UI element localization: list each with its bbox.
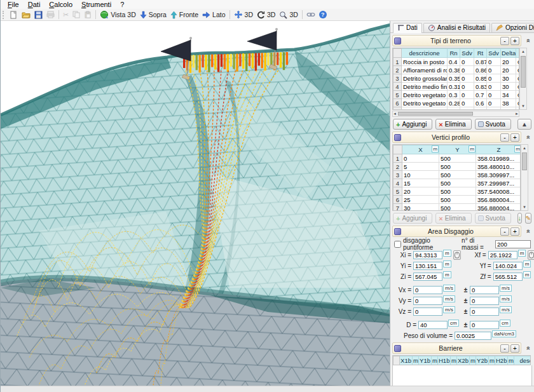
scrollbar-thumb[interactable] xyxy=(522,152,527,170)
link-button[interactable] xyxy=(305,11,317,18)
svuota-terreni-button[interactable]: Svuota xyxy=(475,119,511,130)
vz-input[interactable] xyxy=(413,308,442,316)
vx-deviation-input[interactable] xyxy=(470,286,499,294)
collapse-panel-icon[interactable]: » xyxy=(524,344,531,353)
save-button[interactable] xyxy=(32,10,44,20)
move-3d-button[interactable]: 3D xyxy=(232,10,255,20)
section-minus-button[interactable]: - xyxy=(500,37,509,45)
xi-input[interactable] xyxy=(413,251,442,259)
sopra-button[interactable]: Sopra xyxy=(138,10,168,20)
menu-help[interactable]: ? xyxy=(116,1,128,8)
xf-input[interactable] xyxy=(488,251,517,259)
collapse-panel-icon[interactable]: » xyxy=(524,36,531,46)
unit-m-tag: m xyxy=(514,145,521,152)
new-button[interactable] xyxy=(8,10,20,20)
vy-deviation-input[interactable] xyxy=(470,297,499,305)
section-header-vertici-profilo[interactable]: Vertici profilo - + xyxy=(392,132,521,143)
section-header-barriere[interactable]: Barriere - + xyxy=(392,342,521,354)
diametro-deviation-input[interactable] xyxy=(470,321,499,329)
section-plus-button[interactable]: + xyxy=(510,227,519,236)
terrain-3d-view[interactable] xyxy=(1,21,390,386)
elimina-terreno-button[interactable]: ×Elimina xyxy=(435,119,471,130)
menu-calcolo[interactable]: Calcolo xyxy=(44,1,77,8)
section-minus-button[interactable]: - xyxy=(500,227,509,236)
scrollbar-thumb[interactable] xyxy=(521,56,526,88)
table-row[interactable]: 2Affioramenti di rocci...0.3800.86020C xyxy=(394,66,520,74)
tab-opzioni-disegno[interactable]: Opzioni Disegno xyxy=(491,23,534,32)
scrollbar-thumb[interactable] xyxy=(398,112,473,116)
vista-3d-button[interactable]: Vista 3D xyxy=(98,10,138,20)
table-row[interactable]: 415500357.299987... xyxy=(394,179,521,187)
elimina-vertice-button[interactable]: ×Elimina xyxy=(435,213,471,224)
apply-to-slope-button[interactable]: ▲ xyxy=(517,119,531,130)
vertical-scrollbar[interactable]: ▲ ▼ xyxy=(521,144,528,211)
table-row[interactable]: 25500358.480010... xyxy=(394,163,521,171)
vz-deviation-input[interactable] xyxy=(470,308,499,316)
barriere-empty-area[interactable] xyxy=(392,365,532,386)
scroll-down-icon[interactable]: ▼ xyxy=(523,204,526,210)
rotate-3d-button[interactable]: 3D xyxy=(255,10,277,20)
table-row[interactable]: 6Detrito vegetato a bo...0.2800.6038C xyxy=(394,99,520,107)
vertical-scrollbar[interactable]: ▲ ▼ xyxy=(519,48,527,110)
tab-dati[interactable]: Dati xyxy=(393,23,422,33)
peso-di-volume-input[interactable] xyxy=(455,332,491,340)
copy-button[interactable] xyxy=(71,10,82,19)
section-plus-button[interactable]: + xyxy=(510,37,519,45)
lato-button[interactable]: Lato xyxy=(200,10,227,19)
cut-button[interactable]: ✂ xyxy=(61,10,71,20)
table-row[interactable]: 1Roccia in posto0.400.87020C xyxy=(394,58,520,66)
yi-input[interactable] xyxy=(413,262,442,270)
vy-input[interactable] xyxy=(413,297,442,305)
table-row[interactable]: 730500356.880004... xyxy=(394,204,521,212)
menu-strumenti[interactable]: Strumenti xyxy=(77,1,116,8)
diametro-input[interactable] xyxy=(418,321,448,329)
horizontal-scrollbar[interactable]: ◄ ► xyxy=(392,111,519,117)
open-button[interactable] xyxy=(20,10,32,20)
zoom-3d-button[interactable]: 3D xyxy=(277,10,299,20)
scroll-down-icon[interactable]: ▼ xyxy=(521,103,525,109)
scroll-right-icon[interactable]: ► xyxy=(515,111,519,117)
numero-massi-input[interactable] xyxy=(495,240,531,248)
aggiungi-terreno-button[interactable]: +Aggiungi xyxy=(393,119,432,130)
table-row[interactable]: 10500358.019989... xyxy=(394,154,521,163)
section-header-tipi-di-terreno[interactable]: Tipi di terreno - + xyxy=(392,35,521,46)
section-plus-button[interactable]: + xyxy=(510,344,519,353)
edit-profile-button[interactable]: ✎ xyxy=(525,213,531,224)
table-row[interactable]: 310500358.309997... xyxy=(394,171,521,179)
menu-dati[interactable]: Dati xyxy=(24,1,45,8)
yf-input[interactable] xyxy=(493,262,523,270)
collapse-panel-icon[interactable]: » xyxy=(524,227,531,236)
help-button[interactable]: ? xyxy=(317,10,329,19)
import-profile-button[interactable]: ↓ xyxy=(517,213,522,224)
zf-input[interactable] xyxy=(493,273,523,281)
section-header-area-disgaggio[interactable]: Area Disgaggio - + xyxy=(392,226,521,237)
application-window: File Dati Calcolo Strumenti ? ✂ Vista 3D… xyxy=(0,0,534,392)
table-row[interactable]: 3Detrito grossolano n...0.3500.85030C xyxy=(394,74,520,83)
disgaggio-puntiforme-checkbox[interactable] xyxy=(394,241,401,248)
svuota-vertici-button[interactable]: Svuota xyxy=(475,213,511,224)
table-row[interactable]: 520500357.540008... xyxy=(394,187,521,196)
scroll-up-icon[interactable]: ▲ xyxy=(521,48,525,55)
print-button[interactable] xyxy=(44,10,57,19)
pick-start-point-button[interactable] xyxy=(453,250,461,260)
menu-file[interactable]: File xyxy=(3,1,24,8)
scroll-left-icon[interactable]: ◄ xyxy=(393,111,397,117)
aggiungi-vertice-button[interactable]: +Aggiungi xyxy=(393,213,432,224)
paste-button[interactable] xyxy=(82,10,93,19)
toolbar-separator xyxy=(302,10,303,19)
section-plus-button[interactable]: + xyxy=(510,133,519,142)
table-row[interactable]: 5Detrito vegetato ad a...0.300.7034C xyxy=(394,91,520,99)
pick-end-point-button[interactable] xyxy=(528,250,534,260)
collapse-panel-icon[interactable]: » xyxy=(524,133,531,142)
scroll-up-icon[interactable]: ▲ xyxy=(523,145,526,151)
table-row[interactable]: 625500356.880004... xyxy=(394,196,521,204)
vx-input[interactable] xyxy=(413,286,442,294)
section-minus-button[interactable]: - xyxy=(500,133,509,142)
fronte-button[interactable]: Fronte xyxy=(168,10,200,20)
table-row[interactable]: 4Detrito medio fine no...0.3100.83030C xyxy=(394,83,520,91)
unit-tag: cm xyxy=(448,320,459,327)
zi-input[interactable] xyxy=(413,273,442,281)
tab-analisi-risultati[interactable]: Analisi e Risultati xyxy=(423,23,490,32)
section-minus-button[interactable]: - xyxy=(500,344,509,353)
table-row-clipped[interactable] xyxy=(394,107,520,110)
